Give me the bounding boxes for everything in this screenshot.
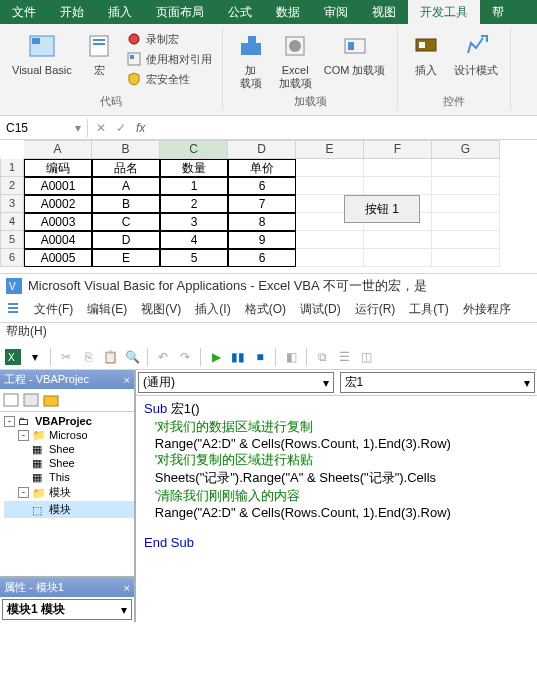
vba-menu-edit[interactable]: 编辑(E) [87, 301, 127, 318]
object-browser-icon[interactable]: ◫ [357, 348, 375, 366]
cell[interactable] [432, 177, 500, 195]
vba-menu-run[interactable]: 运行(R) [355, 301, 396, 318]
cell[interactable]: E [92, 249, 160, 267]
cell[interactable] [296, 177, 364, 195]
tree-root[interactable]: -🗀VBAProjec [4, 414, 134, 428]
cut-icon[interactable]: ✂ [57, 348, 75, 366]
tree-toggle[interactable]: - [18, 430, 29, 441]
cell[interactable]: 3 [160, 213, 228, 231]
row-header[interactable]: 1 [0, 159, 24, 177]
copy-icon[interactable]: ⎘ [79, 348, 97, 366]
vba-menu-debug[interactable]: 调试(D) [300, 301, 341, 318]
cell[interactable]: 单价 [228, 159, 296, 177]
cell[interactable] [364, 159, 432, 177]
cell[interactable]: A0001 [24, 177, 92, 195]
tab-developer[interactable]: 开发工具 [408, 0, 480, 24]
addins-button[interactable]: 加 载项 [229, 28, 273, 92]
break-icon[interactable]: ▮▮ [229, 348, 247, 366]
col-header-a[interactable]: A [24, 140, 92, 159]
cell[interactable]: A0005 [24, 249, 92, 267]
vba-app-menu-icon[interactable] [6, 301, 20, 318]
row-header[interactable]: 5 [0, 231, 24, 249]
cell[interactable]: A0003 [24, 213, 92, 231]
tab-insert[interactable]: 插入 [96, 0, 144, 24]
cell[interactable]: 6 [228, 249, 296, 267]
cell[interactable]: 编码 [24, 159, 92, 177]
vba-menu-addins[interactable]: 外接程序 [463, 301, 511, 318]
cell[interactable] [432, 249, 500, 267]
cell[interactable]: D [92, 231, 160, 249]
design-icon[interactable]: ◧ [282, 348, 300, 366]
tree-module1[interactable]: ⬚模块 [4, 501, 134, 518]
col-header-c[interactable]: C [160, 140, 228, 159]
tab-formulas[interactable]: 公式 [216, 0, 264, 24]
vba-menu-help[interactable]: 帮助(H) [6, 323, 47, 340]
properties-icon[interactable]: ☰ [335, 348, 353, 366]
fx-icon[interactable]: fx [136, 121, 145, 135]
undo-icon[interactable]: ↶ [154, 348, 172, 366]
reset-icon[interactable]: ■ [251, 348, 269, 366]
cell[interactable]: 7 [228, 195, 296, 213]
tab-layout[interactable]: 页面布局 [144, 0, 216, 24]
record-macro-button[interactable]: 录制宏 [122, 30, 216, 48]
vba-menu-file[interactable]: 文件(F) [34, 301, 73, 318]
cell[interactable] [296, 249, 364, 267]
col-header-b[interactable]: B [92, 140, 160, 159]
cell[interactable] [296, 159, 364, 177]
cell[interactable] [296, 231, 364, 249]
form-button-1[interactable]: 按钮 1 [344, 195, 420, 223]
confirm-icon[interactable]: ✓ [116, 121, 126, 135]
cell[interactable]: B [92, 195, 160, 213]
cell[interactable]: 4 [160, 231, 228, 249]
tree-ms-objects[interactable]: -📁Microso [4, 428, 134, 442]
procedure-dropdown[interactable]: 宏1▾ [340, 372, 536, 393]
view-object-icon[interactable] [22, 391, 40, 409]
tree-thisworkbook[interactable]: ▦This [4, 470, 134, 484]
object-dropdown[interactable]: (通用)▾ [138, 372, 334, 393]
macro-security-button[interactable]: 宏安全性 [122, 70, 216, 88]
cell[interactable]: A [92, 177, 160, 195]
macros-button[interactable]: 宏 [78, 28, 122, 79]
vba-menu-format[interactable]: 格式(O) [245, 301, 286, 318]
tab-file[interactable]: 文件 [0, 0, 48, 24]
cell[interactable]: C [92, 213, 160, 231]
design-mode-button[interactable]: 设计模式 [448, 28, 504, 79]
vba-menu-view[interactable]: 视图(V) [141, 301, 181, 318]
toggle-folders-icon[interactable] [42, 391, 60, 409]
excel-addins-button[interactable]: Excel 加载项 [273, 28, 318, 92]
project-explorer-icon[interactable]: ⧉ [313, 348, 331, 366]
cell[interactable] [432, 231, 500, 249]
cell[interactable] [364, 231, 432, 249]
vba-menu-insert[interactable]: 插入(I) [195, 301, 230, 318]
cell[interactable]: 品名 [92, 159, 160, 177]
panel-close-icon[interactable]: × [124, 582, 130, 594]
code-editor[interactable]: Sub 宏1() '对我们的数据区域进行复制 Range("A2:D" & Ce… [136, 396, 537, 622]
cell[interactable] [364, 177, 432, 195]
run-icon[interactable]: ▶ [207, 348, 225, 366]
name-box[interactable]: C15 ▾ [0, 119, 88, 137]
tree-toggle[interactable]: - [18, 487, 29, 498]
insert-control-button[interactable]: 插入 [404, 28, 448, 79]
tab-home[interactable]: 开始 [48, 0, 96, 24]
relative-ref-button[interactable]: 使用相对引用 [122, 50, 216, 68]
col-header-g[interactable]: G [432, 140, 500, 159]
tree-sheet[interactable]: ▦Shee [4, 456, 134, 470]
view-code-icon[interactable] [2, 391, 20, 409]
visual-basic-button[interactable]: Visual Basic [6, 28, 78, 79]
tree-modules-folder[interactable]: -📁模块 [4, 484, 134, 501]
cell[interactable]: 1 [160, 177, 228, 195]
insert-module-icon[interactable]: ▾ [26, 348, 44, 366]
panel-close-icon[interactable]: × [124, 374, 130, 386]
row-header[interactable]: 6 [0, 249, 24, 267]
cell[interactable]: 5 [160, 249, 228, 267]
name-box-dropdown-icon[interactable]: ▾ [75, 121, 81, 135]
cell[interactable]: 6 [228, 177, 296, 195]
tree-toggle[interactable]: - [4, 416, 15, 427]
col-header-d[interactable]: D [228, 140, 296, 159]
cancel-icon[interactable]: ✕ [96, 121, 106, 135]
cell[interactable] [432, 195, 500, 213]
cell[interactable]: 9 [228, 231, 296, 249]
col-header-f[interactable]: F [364, 140, 432, 159]
tree-sheet[interactable]: ▦Shee [4, 442, 134, 456]
cell[interactable] [364, 249, 432, 267]
